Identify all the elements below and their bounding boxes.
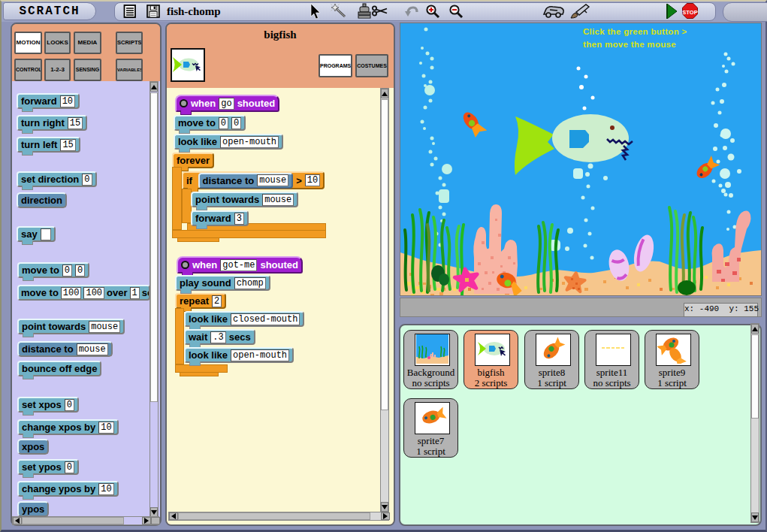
svg-text:then move the mouse: then move the mouse: [583, 40, 676, 49]
svg-text:Click the green button >: Click the green button >: [583, 27, 687, 36]
svg-text:STOP: STOP: [682, 9, 697, 16]
